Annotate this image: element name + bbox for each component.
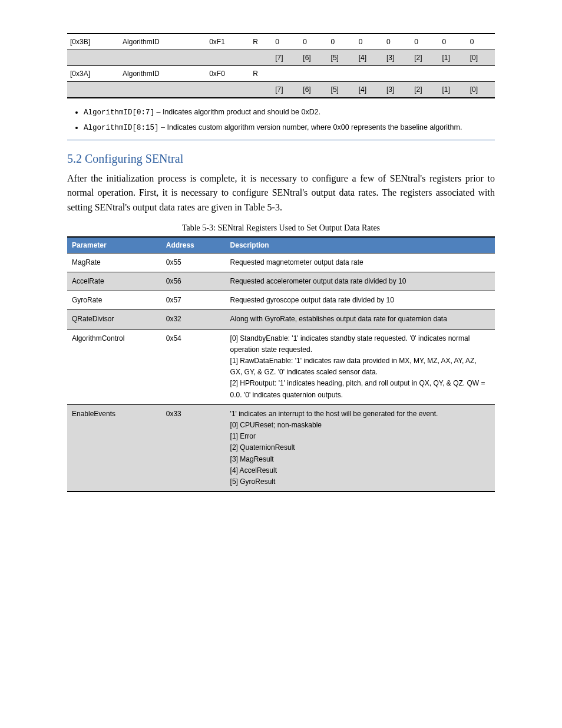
table-row: EnableEvents 0x33 '1' indicates an inter… [67, 404, 495, 492]
legend-item: AlgorithmID[0:7] – Indicates algorithm p… [84, 107, 495, 118]
t1-cell: [7] [272, 50, 300, 66]
t1-cell: [5] [328, 82, 356, 98]
cell-description: [0] StandbyEnable: '1' indicates standby… [226, 329, 495, 404]
legend-desc: – Indicates custom algorithm version num… [159, 123, 462, 131]
t1-cell [206, 82, 250, 98]
table-caption: Table 5-3: SENtral Registers Used to Set… [67, 223, 495, 233]
t1-cell [384, 66, 411, 82]
cell-description: Requested accelerometer output data rate… [226, 272, 495, 291]
cell-description: Requested magnetometer output data rate [226, 253, 495, 272]
t1-cell: 0 [411, 34, 439, 50]
cell-address: 0x54 [161, 329, 226, 404]
cell-parameter: GyroRate [67, 291, 161, 310]
t1-cell: [1] [439, 82, 467, 98]
t1-cell: [0x3B] [67, 34, 120, 50]
cell-address: 0x57 [161, 291, 226, 310]
t1-cell: 0 [439, 34, 467, 50]
t1-cell [250, 50, 272, 66]
cell-description: Requested gyroscope output data rate div… [226, 291, 495, 310]
cell-parameter: QRateDivisor [67, 310, 161, 329]
table-row: AlgorithmControl 0x54 [0] StandbyEnable:… [67, 329, 495, 404]
t1-cell: R [250, 34, 272, 50]
cell-address: 0x56 [161, 272, 226, 291]
t1-cell [467, 66, 495, 82]
legend-key: AlgorithmID[8:15] [84, 124, 159, 132]
t1-cell: [6] [300, 82, 328, 98]
table-row: QRateDivisor 0x32 Along with GyroRate, e… [67, 310, 495, 329]
t1-cell [250, 82, 272, 98]
t1-cell: 0 [272, 34, 300, 50]
th-address: Address [161, 237, 226, 253]
section-heading: 5.2 Configuring SENtral [67, 152, 495, 166]
t1-cell: 0xF0 [206, 66, 250, 82]
t1-cell: [4] [356, 50, 384, 66]
t1-cell: 0xF1 [206, 34, 250, 50]
t1-cell: AlgorithmID [120, 34, 206, 50]
table-row: MagRate 0x55 Requested magnetometer outp… [67, 253, 495, 272]
t1-cell [439, 66, 467, 82]
divider [67, 140, 495, 140]
t1-cell [328, 66, 356, 82]
t1-cell: [3] [384, 50, 411, 66]
t1-cell: 0 [356, 34, 384, 50]
t1-cell [120, 50, 206, 66]
t1-cell: [0] [467, 82, 495, 98]
t1-cell: [2] [411, 50, 439, 66]
legend-desc: – Indicates algorithm product and should… [154, 108, 320, 116]
cell-parameter: AlgorithmControl [67, 329, 161, 404]
t1-cell: [2] [411, 82, 439, 98]
t1-cell: 0 [467, 34, 495, 50]
register-bits-table: [0x3B] AlgorithmID 0xF1 R 0 0 0 0 0 0 0 … [67, 33, 495, 98]
legend-key: AlgorithmID[0:7] [84, 108, 154, 117]
body-paragraph: After the initialization process is comp… [67, 172, 495, 215]
cell-address: 0x55 [161, 253, 226, 272]
t1-cell [206, 50, 250, 66]
table-row: GyroRate 0x57 Requested gyroscope output… [67, 291, 495, 310]
t1-cell: 0 [384, 34, 411, 50]
cell-description: '1' indicates an interrupt to the host w… [226, 404, 495, 492]
cell-description: Along with GyroRate, establishes output … [226, 310, 495, 329]
config-registers-table: Parameter Address Description MagRate 0x… [67, 236, 495, 492]
t1-cell: [0x3A] [67, 66, 120, 82]
t1-cell: R [250, 66, 272, 82]
t1-cell: [3] [384, 82, 411, 98]
cell-parameter: EnableEvents [67, 404, 161, 492]
t1-cell: AlgorithmID [120, 66, 206, 82]
t1-cell: [7] [272, 82, 300, 98]
t1-cell [411, 66, 439, 82]
legend-list: AlgorithmID[0:7] – Indicates algorithm p… [67, 107, 495, 134]
t1-cell [120, 82, 206, 98]
t1-cell [67, 82, 120, 98]
t1-cell [300, 66, 328, 82]
legend-item: AlgorithmID[8:15] – Indicates custom alg… [84, 122, 495, 134]
t1-cell: [1] [439, 50, 467, 66]
t1-cell [356, 66, 384, 82]
table-row: AccelRate 0x56 Requested accelerometer o… [67, 272, 495, 291]
th-description: Description [226, 237, 495, 253]
cell-parameter: MagRate [67, 253, 161, 272]
t1-cell [67, 50, 120, 66]
cell-address: 0x33 [161, 404, 226, 492]
t1-cell: 0 [300, 34, 328, 50]
t1-cell: 0 [328, 34, 356, 50]
t1-cell: [4] [356, 82, 384, 98]
cell-parameter: AccelRate [67, 272, 161, 291]
t1-cell [272, 66, 300, 82]
t1-cell: [6] [300, 50, 328, 66]
th-parameter: Parameter [67, 237, 161, 253]
t1-cell: [5] [328, 50, 356, 66]
table-header-row: Parameter Address Description [67, 237, 495, 253]
t1-cell: [0] [467, 50, 495, 66]
cell-address: 0x32 [161, 310, 226, 329]
